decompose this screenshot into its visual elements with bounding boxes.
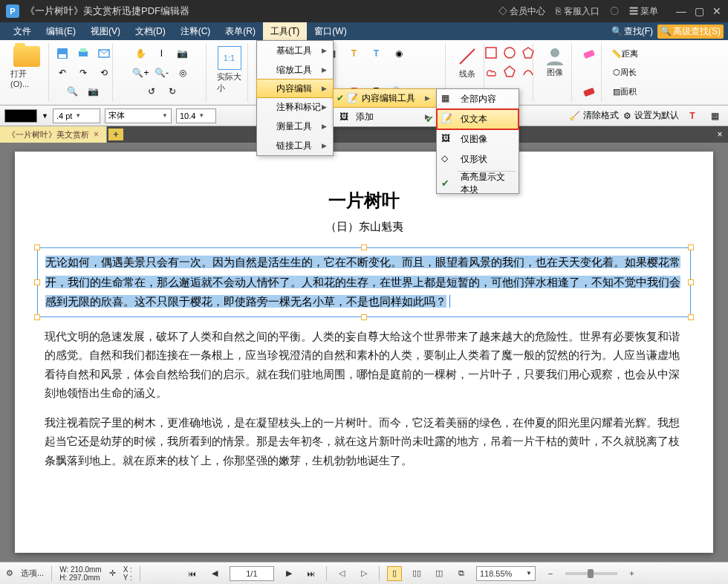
- menu-content-edit[interactable]: 内容编辑▶: [256, 79, 334, 98]
- resize-handle[interactable]: [34, 244, 40, 250]
- paragraph-1[interactable]: 无论如何，偶遇美景只会有一次。因为自然是活生生的，它在不断变化。而且，眼望着风景…: [45, 256, 680, 308]
- clear-format-button[interactable]: 🧹 清除格式: [569, 109, 619, 122]
- resize-handle[interactable]: [688, 314, 694, 320]
- rotate-left-icon[interactable]: ↺: [143, 82, 160, 100]
- menu-annotate[interactable]: 注释和标记▶: [257, 97, 333, 117]
- menu-text-only[interactable]: ✔ 📝 仅文本: [437, 109, 519, 129]
- rect-shape-icon[interactable]: [483, 45, 499, 61]
- menu-tools[interactable]: 工具(T): [263, 22, 307, 40]
- next-page-icon[interactable]: ▶: [282, 566, 296, 581]
- zoom-slider[interactable]: [565, 572, 617, 575]
- menu-highlight-textblock[interactable]: ✔ 高亮显示文本块: [437, 173, 519, 193]
- loupe-icon[interactable]: ◎: [174, 64, 192, 82]
- text2-icon[interactable]: T: [368, 45, 386, 62]
- prev-page-icon[interactable]: ◀: [207, 566, 222, 581]
- nav-fwd-icon[interactable]: ▷: [357, 566, 371, 581]
- zoomin-icon[interactable]: 🔍+: [132, 64, 150, 82]
- hand-tool-icon[interactable]: ✋: [132, 45, 150, 62]
- tab-close-icon[interactable]: ×: [94, 129, 99, 140]
- selected-text-block[interactable]: 无论如何，偶遇美景只会有一次。因为自然是活生生的，它在不断变化。而且，眼望着风景…: [37, 247, 691, 317]
- menu-document[interactable]: 文档(D): [128, 22, 173, 40]
- last-page-icon[interactable]: ⏭: [304, 566, 319, 581]
- stroke-width-combo[interactable]: .4 pt▼: [53, 108, 100, 123]
- text-tool-icon[interactable]: T: [345, 45, 363, 62]
- select-tool-icon[interactable]: I: [153, 45, 171, 62]
- member-center-link[interactable]: ◇ 会员中心: [498, 5, 545, 18]
- color-swatch[interactable]: [4, 109, 37, 123]
- print-icon[interactable]: [74, 45, 92, 62]
- rotate-right-icon[interactable]: ↻: [163, 82, 181, 100]
- maximize-button[interactable]: ▢: [694, 6, 704, 16]
- new-tab-button[interactable]: +: [108, 129, 123, 140]
- polygon-shape-icon[interactable]: [520, 45, 536, 61]
- advanced-find-button[interactable]: 🔍 高级查找(S): [657, 25, 724, 39]
- resize-handle[interactable]: [361, 314, 367, 320]
- single-page-icon[interactable]: ▯: [387, 566, 402, 581]
- menu-edit[interactable]: 编辑(E): [39, 22, 83, 40]
- facing-icon[interactable]: ◫: [432, 566, 446, 581]
- search-icon[interactable]: 🔍: [64, 82, 82, 100]
- eraser-icon[interactable]: [580, 45, 598, 62]
- paragraph-2[interactable]: 现代文明的急速发展，破坏了人类和自然之间的平衡。人类的妄自尊大给这个世界带来了越…: [37, 328, 691, 403]
- menu-content-edit-tool[interactable]: ✔ 📝 内容编辑工具▶: [333, 88, 437, 108]
- find-button[interactable]: 🔍 查找(F): [611, 25, 653, 38]
- resize-handle[interactable]: [34, 314, 40, 320]
- menu-add[interactable]: 🖼 添加▶: [334, 107, 436, 126]
- menu-file[interactable]: 文件: [6, 22, 39, 40]
- cloud-shape-icon[interactable]: [483, 63, 499, 80]
- document-tab[interactable]: 《一片树叶》美文赏析×: [0, 126, 107, 143]
- menu-basic-tools[interactable]: 基础工具▶: [257, 41, 333, 60]
- resize-handle[interactable]: [361, 244, 367, 250]
- fill-color-icon[interactable]: ▦: [706, 107, 724, 125]
- text-color-icon[interactable]: T: [683, 107, 701, 125]
- revert-icon[interactable]: ⟲: [95, 64, 113, 82]
- continuous-icon[interactable]: ▯▯: [409, 566, 424, 581]
- menu-zoom-tools[interactable]: 缩放工具▶: [257, 60, 333, 80]
- set-default-button[interactable]: ⚙ 设置为默认: [623, 109, 679, 122]
- snapshot-icon[interactable]: 📷: [85, 82, 103, 100]
- undo-icon[interactable]: ↶: [53, 64, 71, 82]
- snapshot2-icon[interactable]: 📷: [174, 45, 192, 62]
- menu-view[interactable]: 视图(V): [83, 22, 128, 40]
- paragraph-3[interactable]: 我注视着院子里的树木，更准确地说，是在凝望枝头上的一片树叶。而今，它泛着美丽的绿…: [37, 414, 691, 471]
- stamp-icon[interactable]: ◉: [390, 45, 408, 62]
- first-page-icon[interactable]: ⏮: [185, 566, 200, 581]
- resize-handle[interactable]: [34, 279, 40, 285]
- open-button[interactable]: 打开(O)...: [7, 45, 45, 90]
- image-button[interactable]: 图像: [541, 45, 569, 80]
- close-all-tabs-icon[interactable]: ×: [712, 129, 728, 140]
- options-button[interactable]: 选项...: [21, 568, 44, 579]
- zoom-combo[interactable]: 118.55%▼: [476, 566, 536, 581]
- zoom-in-btn[interactable]: ＋: [625, 566, 640, 581]
- resize-handle[interactable]: [688, 279, 694, 285]
- close-button[interactable]: ✕: [712, 6, 722, 16]
- freeform-shape-icon[interactable]: [520, 63, 536, 80]
- menu-window[interactable]: 窗口(W): [307, 22, 354, 40]
- main-menu[interactable]: ☰ 菜单: [629, 5, 658, 18]
- user-icon[interactable]: 〇: [610, 5, 619, 18]
- distance-button[interactable]: 📏 距离: [611, 45, 638, 62]
- circle-shape-icon[interactable]: [501, 45, 518, 61]
- menu-measure[interactable]: 测量工具▶: [257, 117, 333, 136]
- font-family-combo[interactable]: 宋体▼: [105, 108, 172, 123]
- resize-handle[interactable]: [688, 244, 694, 250]
- menu-image-only[interactable]: 🖼 仅图像: [437, 129, 519, 149]
- service-link[interactable]: ⎘ 客服入口: [556, 5, 599, 18]
- menu-shape-only[interactable]: ◇ 仅形状: [437, 149, 519, 169]
- font-size-combo[interactable]: 10.4▼: [176, 108, 216, 123]
- lines-button[interactable]: 线条: [454, 45, 481, 81]
- page-number-field[interactable]: 1/1: [230, 566, 274, 581]
- zoomout-icon[interactable]: 🔍-: [153, 64, 171, 82]
- actual-size-button[interactable]: 1:1 实际大小: [214, 45, 244, 95]
- perimeter-button[interactable]: ⬡ 周长: [613, 64, 637, 82]
- gear-icon[interactable]: ⚙: [6, 568, 13, 578]
- menu-link-tools[interactable]: 链接工具▶: [257, 136, 333, 155]
- pdf-page[interactable]: 一片树叶 （日）东山魁夷 无论如何，偶遇美景只会有一次。因为自然是活生生的，它在…: [15, 152, 713, 553]
- pentagon-shape-icon[interactable]: [501, 63, 518, 80]
- menu-form[interactable]: 表单(R): [218, 22, 263, 40]
- continuous-facing-icon[interactable]: ⧉: [454, 566, 469, 581]
- minimize-button[interactable]: —: [676, 6, 686, 16]
- email-icon[interactable]: [95, 45, 113, 62]
- zoom-out-btn[interactable]: −: [543, 566, 558, 581]
- eraser2-icon[interactable]: [580, 82, 598, 100]
